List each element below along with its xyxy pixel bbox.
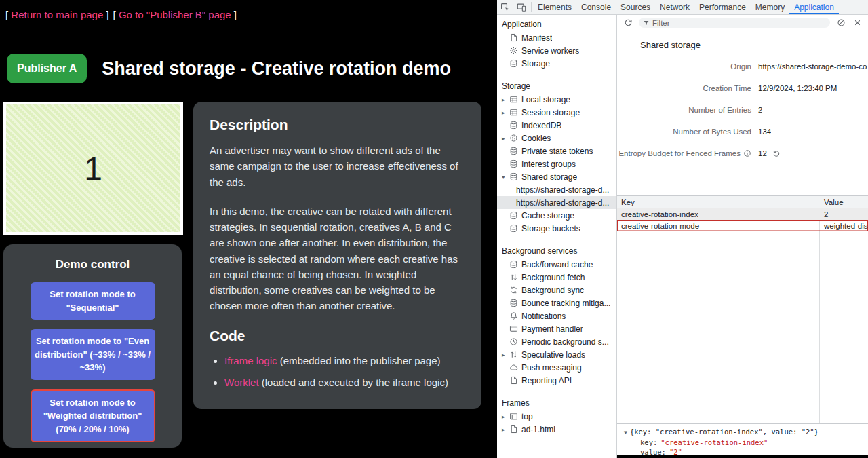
table-row[interactable]: creative-rotation-index 2 [617,208,868,220]
iframe-logic-link[interactable]: Iframe logic [224,355,277,366]
tree-item[interactable]: Interest groups [497,157,616,170]
tree-item[interactable]: Background fetch [497,271,616,284]
chevron-right-icon[interactable]: ▸ [502,351,509,358]
info-icon[interactable] [743,149,751,157]
preview-summary: {key: "creative-rotation-index", value: … [630,427,818,436]
expander-triangle-icon[interactable]: ▼ [624,430,627,436]
tree-item[interactable]: Manifest [497,31,616,44]
creative-number: 1 [84,150,102,187]
tree-item-label: Interest groups [521,159,576,169]
tab-sources[interactable]: Sources [616,0,655,14]
tree-item[interactable]: https://shared-storage-d... [497,196,616,209]
tree-item[interactable]: Background sync [497,284,616,297]
tree-item-label: Push messaging [521,363,582,373]
tree-item-label: Storage buckets [521,224,580,233]
database-icon [509,224,521,233]
tree-item[interactable]: ▸ Cookies [497,132,616,145]
cookie-icon [509,134,521,142]
refresh-icon[interactable] [623,18,633,28]
chevron-right-icon[interactable]: ▸ [502,135,509,142]
clear-all-icon[interactable] [835,18,846,28]
description-heading: Description [210,117,465,133]
tree-item[interactable]: https://shared-storage-d... [497,183,616,196]
preview-entry: key:"creative-rotation-index" [624,438,864,447]
shared-storage-panel: Shared storage Origin https://shared-sto… [617,15,868,458]
inspect-element-icon[interactable] [497,0,513,14]
delete-selected-icon[interactable] [852,18,863,28]
tab-console[interactable]: Console [576,0,616,14]
link-publisher-b[interactable]: Go to "Publisher B" page [119,9,231,20]
devtools-tabs: Elements Console Sources Network Perform… [533,0,839,14]
tree-item-label: Manifest [521,33,552,43]
column-header-key[interactable]: Key [617,198,819,206]
rotation-mode-even-button[interactable]: Set rotation mode to "Even distribution"… [31,329,155,380]
metadata-view: Origin https://shared-storage-demo-co Cr… [617,56,868,164]
file-icon [509,425,521,434]
tab-network[interactable]: Network [655,0,694,14]
tree-item[interactable]: Payment handler [497,322,616,335]
code-heading: Code [210,328,465,344]
tree-item[interactable]: ▾ Shared storage [497,170,616,183]
tree-item[interactable]: Notifications [497,309,616,322]
meta-label: Creation Time [703,84,751,92]
tree-item[interactable]: ▸ Local storage [497,93,616,106]
description-paragraph: An advertiser may want to show different… [210,142,465,190]
link-return-main[interactable]: Return to main page [11,9,103,20]
property-value: "creative-rotation-index" [660,438,768,446]
tree-item[interactable]: Storage buckets [497,222,616,235]
bracket: [ [113,9,119,20]
tree-item[interactable]: Private state tokens [497,145,616,157]
bracket: ] [103,9,108,20]
tree-item[interactable]: ▸ Session storage [497,106,616,119]
code-links-list: Iframe logic (embedded into the publishe… [210,354,465,391]
chevron-right-icon[interactable]: ▸ [502,109,509,116]
tree-item[interactable]: Bounce tracking mitiga... [497,297,616,309]
worklet-link[interactable]: Worklet [224,377,259,388]
tree-item-label: Service workers [521,46,579,56]
cell-value: 2 [819,210,868,218]
tree-item-label: Back/forward cache [521,260,593,269]
tree-item-label: Background fetch [521,273,585,282]
rotation-mode-weighted-button[interactable]: Set rotation mode to "Weighted distribut… [31,389,155,443]
device-toolbar-icon[interactable] [513,0,530,14]
tree-item[interactable]: Back/forward cache [497,258,616,271]
tab-performance[interactable]: Performance [694,0,751,14]
preview-pane: ▼{key: "creative-rotation-index", value:… [617,423,868,455]
tree-item[interactable]: ▸ ad-1.html [497,423,616,436]
chevron-right-icon[interactable]: ▸ [502,426,509,433]
tree-item[interactable]: Storage [497,57,616,70]
chevron-right-icon[interactable]: ▸ [502,96,509,103]
rotation-mode-sequential-button[interactable]: Set rotation mode to "Sequential" [31,282,155,320]
tab-memory[interactable]: Memory [751,0,789,14]
cell-key: creative-rotation-index [617,210,819,218]
meta-value: 12 [758,149,767,157]
tree-item[interactable]: ▸ top [497,410,616,423]
chevron-right-icon[interactable]: ▸ [502,413,509,420]
tree-item[interactable]: Service workers [497,44,616,57]
database-icon [509,121,521,130]
updown-icon [509,350,521,359]
cell-key: creative-rotation-mode [617,222,819,230]
tree-item[interactable]: Periodic background s... [497,335,616,348]
sidebar-section-frames: Frames ▸ top ▸ ad-1.html [497,395,616,436]
reset-budget-icon[interactable] [772,149,781,157]
tree-item-label: Cache storage [521,211,574,221]
filter-box [639,18,830,28]
tree-item[interactable]: ▸ Speculative loads [497,348,616,361]
table-row[interactable]: creative-rotation-mode weighted-distribu… [617,220,868,231]
description-paragraph: In this demo, the creative can be rotate… [210,204,465,314]
tree-item[interactable]: Push messaging [497,361,616,374]
tree-item[interactable]: Reporting API [497,374,616,387]
tab-application[interactable]: Application [789,0,839,14]
chevron-down-icon[interactable]: ▾ [502,174,509,180]
sidebar-section-storage: Storage ▸ Local storage ▸ Session storag… [497,78,616,235]
tree-item-label: https://shared-storage-d... [516,198,609,208]
tree-item[interactable]: Cache storage [497,209,616,222]
page-header: Publisher A Shared storage - Creative ro… [7,54,451,83]
tree-item-label: Speculative loads [521,350,585,360]
tree-item[interactable]: IndexedDB [497,119,616,132]
filter-input[interactable] [652,19,826,27]
column-header-value[interactable]: Value [819,198,868,206]
tab-elements[interactable]: Elements [533,0,576,14]
section-header: Frames [497,395,616,410]
